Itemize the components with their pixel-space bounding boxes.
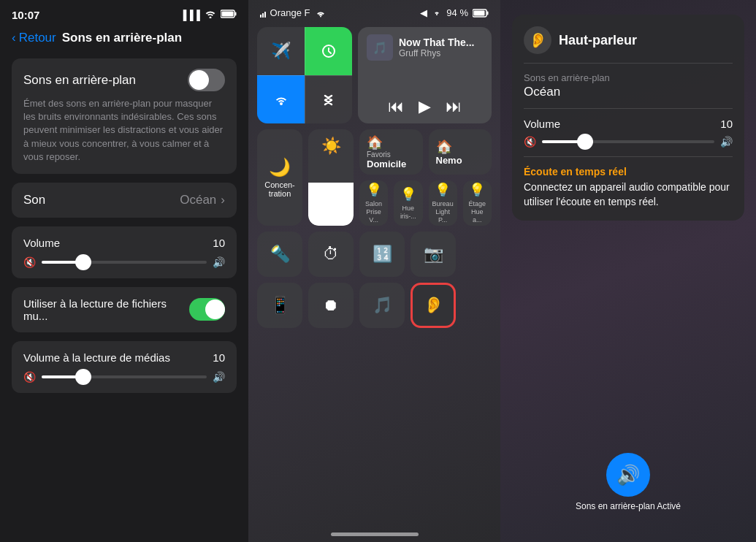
cc-remote-tile[interactable]: 📱 [257,283,302,328]
ear-icon: 👂 [424,296,443,315]
cc-connectivity-block[interactable]: ✈️ [257,27,352,123]
speaker-divider-3 [524,156,733,157]
cc-focus-tall-tile[interactable]: 🌙 Concen-tration [257,129,302,226]
cc-camera-tile[interactable]: 📷 [411,232,456,277]
cc-light-salon-label: SalonPrise V... [362,200,385,224]
volume-track-1[interactable] [42,261,207,264]
cc-battery-pct: 94 % [446,7,468,18]
realtime-desc: Connectez un appareil audio compatible p… [524,180,733,209]
wifi-icon [205,9,216,20]
nav-bar: ‹ Retour Sons en arrière-plan [0,26,248,53]
cc-row-1: ✈️ 🎵 Now That Th [257,27,492,123]
volume-track-2[interactable] [42,375,207,378]
cc-brightness-icon: ☀️ [321,137,341,156]
speaker-section-value: Océan [524,85,733,99]
cc-nemo-title: Nemo [436,155,485,166]
shazam-icon: 🎵 [373,296,392,315]
chevron-right-icon: › [221,193,225,207]
cc-shazam-tile[interactable]: 🎵 [359,283,405,328]
son-value-container: Océan › [180,193,225,207]
cc-light-bureau[interactable]: 💡 BureauLight P... [429,180,457,226]
volume-label-1: Volume [23,237,60,249]
cc-light-etage-label: ÉtageHue a... [466,200,489,224]
cc-ear-tile[interactable]: 👂 [411,283,456,328]
cc-media-tile[interactable]: 🎵 Now That The... Gruff Rhys ⏮ ▶ ⏭ [358,27,492,123]
vol-low-icon-right: 🔇 [524,136,536,148]
volume-thumb-2[interactable] [75,369,91,385]
status-icons: ▐▐▐ [180,9,237,20]
cc-right-column: 🏠 Favoris Domicile 🏠 Nemo 💡 [359,129,492,226]
son-selector-row[interactable]: Son Océan › [12,183,237,218]
cc-light-salon[interactable]: 💡 SalonPrise V... [359,180,388,226]
timer-icon: ⏱ [323,245,339,264]
speaker-vol-thumb[interactable] [577,134,593,150]
remote-icon: 📱 [270,296,290,315]
media-use-toggle[interactable] [189,298,225,321]
cc-calculator-tile[interactable]: 🔢 [359,232,405,277]
cc-light-etage[interactable]: 💡 ÉtageHue a... [463,180,492,226]
volume-slider-row-2: 🔇 🔊 [23,371,225,383]
media-toggle-label: Utiliser à la lecture de fichiers mu... [23,297,189,322]
volume-value-2: 10 [213,351,225,364]
speaker-divider-1 [524,63,733,64]
page-title: Sons en arrière-plan [62,31,182,45]
cc-flashlight-tile[interactable]: 🔦 [257,232,302,277]
volume-label-2: Volume à la lecture de médias [23,351,170,364]
cc-home-indicator [331,533,419,536]
cc-brightness-tile[interactable]: ☀️ [308,129,354,226]
son-value: Océan [180,193,216,207]
ear-speaker-icon: 👂 [529,31,547,49]
speaker-vol-label: Volume [524,118,560,130]
cc-media-artwork: 🎵 Now That The... Gruff Rhys [367,34,483,61]
cellular-tile[interactable] [305,27,352,75]
son-label: Son [23,193,45,207]
cc-record-tile[interactable]: ⏺ [308,283,354,328]
bulb-icon-4: 💡 [469,182,485,198]
house-icon-2: 🏠 [436,139,485,155]
volume-header-1: Volume 10 [23,237,225,249]
record-icon: ⏺ [323,296,339,315]
chevron-left-icon: ‹ [12,31,16,45]
speaker-title: Haut-parleur [559,33,637,48]
cc-nemo-tile[interactable]: 🏠 Nemo [429,129,492,175]
time-display: 10:07 [12,9,39,21]
svg-rect-2 [222,11,234,16]
status-bar-left: 10:07 ▐▐▐ [0,0,248,26]
cc-next-button[interactable]: ⏭ [446,97,462,116]
volume-high-icon-2: 🔊 [213,371,225,383]
back-label: Retour [19,31,56,45]
cc-play-button[interactable]: ▶ [419,97,431,116]
svg-rect-4 [262,13,264,18]
airplane-tile[interactable]: ✈️ [257,27,305,75]
cc-light-hue1[interactable]: 💡 Hue iris-... [394,180,422,226]
cc-prev-button[interactable]: ⏮ [388,97,404,116]
speaker-section-label: Sons en arrière-plan [524,72,733,83]
bottom-fab: 🔊 Sons en arrière-plan Activé [576,453,681,513]
cc-home-title: Domicile [367,159,416,169]
fab-icon: 🔊 [616,464,640,486]
volume-thumb-1[interactable] [75,254,91,270]
media-toggle-knob [205,299,225,319]
back-button[interactable]: ‹ Retour [12,31,56,45]
cc-row-3: 🔦 ⏱ 🔢 📷 [257,232,492,277]
background-sounds-toggle[interactable] [188,69,225,91]
wifi-tile[interactable] [257,75,305,123]
cc-light-hue1-label: Hue iris-... [397,205,419,221]
fab-button[interactable]: 🔊 [606,453,650,497]
svg-rect-8 [474,10,485,15]
calculator-icon: 🔢 [373,245,392,264]
speaker-vol-track[interactable] [542,140,714,143]
media-toggle-row: Utiliser à la lecture de fichiers mu... [23,297,225,322]
cc-media-controls: ⏮ ▶ ⏭ [367,97,483,116]
svg-rect-3 [260,15,261,18]
volume-value-1: 10 [213,237,225,249]
cc-home-subtitle: Favoris [367,150,416,159]
cc-media-artist: Gruff Rhys [399,48,474,58]
speaker-sound-section: Sons en arrière-plan Océan [524,72,733,99]
cc-home-favorites-tile[interactable]: 🏠 Favoris Domicile [359,129,423,175]
cc-timer-tile[interactable]: ⏱ [308,232,354,277]
bluetooth-tile[interactable] [305,75,352,123]
cc-brightness-fill [308,183,354,226]
camera-icon: 📷 [424,245,443,264]
media-toggle-card: Utiliser à la lecture de fichiers mu... [12,287,237,332]
